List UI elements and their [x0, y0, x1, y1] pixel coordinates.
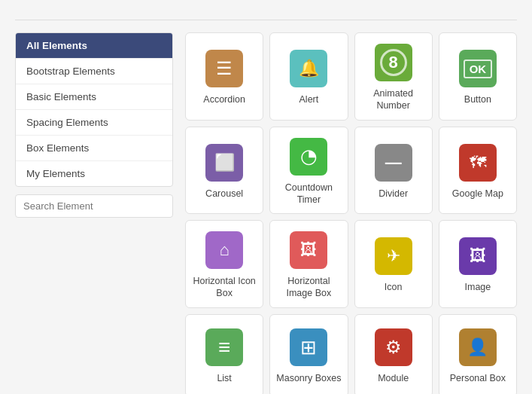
masonry-boxes-label: Masonry Boxes	[276, 372, 341, 384]
sidebar-item-basic-elements[interactable]: Basic Elements	[16, 84, 172, 110]
image-label: Image	[465, 281, 491, 293]
animated-number-icon: 8	[375, 44, 412, 81]
sidebar-item-all-elements[interactable]: All Elements	[16, 33, 172, 59]
carousel-icon: ⬜	[205, 144, 243, 182]
icon-label: Icon	[385, 281, 403, 293]
sidebar: All ElementsBootstrap ElementsBasic Elem…	[15, 32, 173, 394]
horizontal-image-box-icon: 🖼	[290, 231, 327, 269]
elements-grid: ☰Accordion🔔Alert8Animated NumberOKButton…	[185, 32, 517, 394]
element-card-animated-number[interactable]: 8Animated Number	[354, 32, 433, 121]
element-card-horizontal-image-box[interactable]: 🖼Horizontal Image Box	[269, 220, 348, 308]
content-layout: All ElementsBootstrap ElementsBasic Elem…	[15, 32, 517, 394]
header-divider	[15, 20, 517, 20]
element-card-button[interactable]: OKButton	[439, 32, 517, 121]
element-card-list[interactable]: ≡List	[185, 314, 263, 395]
google-map-icon: 🗺	[459, 144, 497, 182]
page-container: All ElementsBootstrap ElementsBasic Elem…	[0, 0, 532, 394]
countdown-timer-icon: ◔	[290, 138, 327, 176]
element-card-google-map[interactable]: 🗺Google Map	[439, 127, 517, 215]
alert-label: Alert	[299, 93, 319, 105]
divider-icon: —	[375, 144, 412, 182]
personal-box-icon: 👤	[459, 328, 497, 366]
element-card-countdown-timer[interactable]: ◔Countdown Timer	[269, 127, 348, 215]
horizontal-icon-box-label: Horizontal Icon Box	[192, 275, 257, 300]
element-card-carousel[interactable]: ⬜Carousel	[185, 127, 263, 215]
accordion-icon: ☰	[205, 50, 243, 87]
element-card-image[interactable]: 🖼Image	[439, 220, 517, 308]
element-card-divider[interactable]: —Divider	[354, 127, 433, 215]
masonry-boxes-icon: ⊞	[290, 328, 327, 366]
element-card-personal-box[interactable]: 👤Personal Box	[439, 314, 517, 395]
sidebar-item-my-elements[interactable]: My Elements	[16, 161, 172, 186]
button-icon: OK	[459, 50, 497, 87]
carousel-label: Carousel	[205, 188, 243, 200]
horizontal-icon-box-icon: ⌂	[205, 231, 243, 269]
alert-icon: 🔔	[290, 50, 327, 87]
accordion-label: Accordion	[203, 93, 245, 105]
element-card-accordion[interactable]: ☰Accordion	[185, 32, 263, 121]
element-card-alert[interactable]: 🔔Alert	[269, 32, 348, 121]
button-label: Button	[464, 93, 491, 105]
animated-number-label: Animated Number	[361, 87, 426, 112]
image-icon: 🖼	[459, 237, 497, 275]
sidebar-item-box-elements[interactable]: Box Elements	[16, 136, 172, 161]
divider-label: Divider	[378, 188, 408, 200]
sidebar-item-bootstrap-elements[interactable]: Bootstrap Elements	[16, 59, 172, 84]
list-label: List	[217, 372, 231, 384]
element-card-icon[interactable]: ✈Icon	[354, 220, 433, 308]
module-icon: ⚙	[375, 328, 412, 366]
search-input[interactable]	[15, 194, 173, 218]
search-box	[15, 194, 173, 218]
module-label: Module	[378, 372, 409, 384]
personal-box-label: Personal Box	[450, 372, 506, 384]
element-card-horizontal-icon-box[interactable]: ⌂Horizontal Icon Box	[185, 220, 263, 308]
sidebar-nav: All ElementsBootstrap ElementsBasic Elem…	[15, 32, 173, 187]
list-icon: ≡	[205, 328, 243, 366]
google-map-label: Google Map	[452, 188, 503, 200]
horizontal-image-box-label: Horizontal Image Box	[276, 275, 341, 300]
element-card-module[interactable]: ⚙Module	[354, 314, 433, 395]
countdown-timer-label: Countdown Timer	[276, 182, 341, 206]
icon-icon: ✈	[375, 237, 412, 275]
sidebar-item-spacing-elements[interactable]: Spacing Elements	[16, 110, 172, 136]
element-card-masonry-boxes[interactable]: ⊞Masonry Boxes	[269, 314, 348, 395]
